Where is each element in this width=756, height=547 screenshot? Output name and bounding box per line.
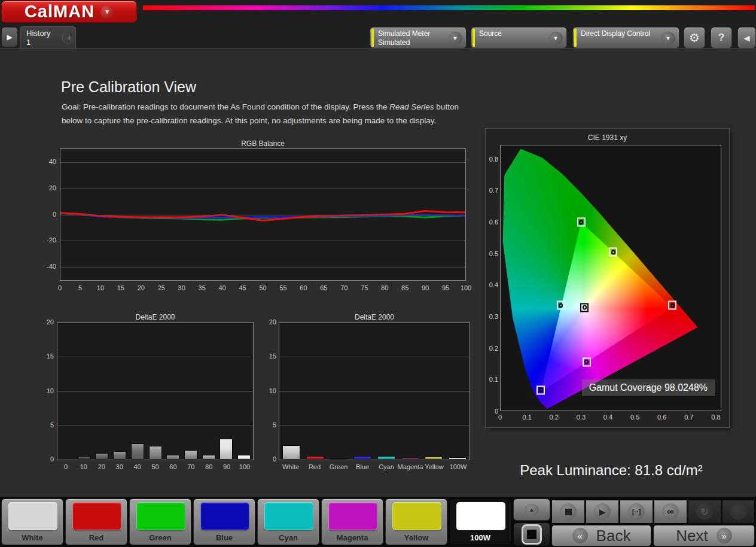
axis-tick-label: 15 xyxy=(269,352,276,360)
axis-tick-label: 0.8 xyxy=(711,414,720,421)
tab-scroll-button[interactable]: ▶ xyxy=(1,27,18,47)
chevron-down-icon[interactable]: ▼ xyxy=(100,5,114,19)
settings-button[interactable]: ⚙ xyxy=(684,27,705,48)
bar xyxy=(353,456,371,460)
axis-tick-label: 0.5 xyxy=(489,250,498,257)
next-button[interactable]: Next » xyxy=(653,525,755,546)
gridline xyxy=(279,357,470,357)
patch-button-red[interactable]: Red xyxy=(65,499,127,545)
axis-tick-label: Blue xyxy=(356,463,369,470)
gridline xyxy=(279,426,470,426)
measured-dot xyxy=(583,305,587,310)
inactive-button xyxy=(722,500,755,524)
axis-tick-label: 0.2 xyxy=(489,345,498,352)
cie-1931-panel: CIE 1931 xy 00.10.20.30.40.50.60.70.8 Ga… xyxy=(486,129,729,427)
cie-chromaticity-chart: Gamut Coverage 98.0248% xyxy=(500,145,721,411)
bar xyxy=(330,458,347,460)
axis-tick-label: 50 xyxy=(151,463,158,470)
axis-tick-label: 75 xyxy=(361,284,368,291)
measured-dot xyxy=(584,360,589,364)
display-control-dropdown[interactable]: Direct Display Control ▼ xyxy=(572,27,679,48)
axis-tick-label: 20 xyxy=(138,284,145,291)
help-button[interactable]: ? xyxy=(711,27,732,48)
axis-tick-label: 5 xyxy=(78,284,82,291)
patch-label: 100W xyxy=(450,533,511,542)
rgb-balance-chart xyxy=(60,148,466,281)
blue-swatch xyxy=(200,502,249,530)
axis-tick-label: -40 xyxy=(47,263,56,270)
infinity-icon: ∞ xyxy=(667,506,673,517)
patch-label: Cyan xyxy=(258,533,319,542)
patch-label: Red xyxy=(66,533,127,542)
stop-button[interactable] xyxy=(551,500,585,524)
window-size-button[interactable] xyxy=(513,522,550,546)
axis-tick-label: 0.6 xyxy=(657,414,666,421)
pattern-toolbar: WhiteRedGreenBlueCyanMagentaYellow100W ▲… xyxy=(0,497,756,547)
gridline xyxy=(60,215,465,215)
patch-button-magenta[interactable]: Magenta xyxy=(321,499,383,545)
axis-tick-label: 100 xyxy=(239,463,250,470)
axis-tick-label: 5 xyxy=(50,421,54,429)
axis-tick-label: 0.3 xyxy=(489,313,498,320)
bar xyxy=(425,457,443,460)
rgb-y-axis: 40200-20-40 xyxy=(36,148,56,281)
axis-tick-label: 0 xyxy=(498,414,502,421)
continuous-read-button[interactable]: ∞ xyxy=(654,500,687,524)
axis-tick-label: Yellow xyxy=(425,463,443,470)
peak-luminance-readout: Peak Luminance: 81.8 cd/m² xyxy=(486,462,737,479)
single-read-button[interactable]: [··] xyxy=(620,500,653,524)
cie-title: CIE 1931 xy xyxy=(486,133,729,142)
axis-tick-label: 15 xyxy=(117,284,124,291)
chevron-down-icon[interactable]: ▼ xyxy=(548,32,563,45)
axis-tick-label: 100 xyxy=(461,284,471,291)
calman-window: CalMAN ▼ ▶ History 1 + Simulated MeterSi… xyxy=(0,0,756,547)
up-arrow-icon: ▲ xyxy=(529,506,535,513)
goal-text: Goal: Pre-calibration readings to docume… xyxy=(62,100,461,127)
calman-logo-menu[interactable]: CalMAN ▼ xyxy=(1,1,137,23)
meter-dropdown[interactable]: Simulated MeterSimulated ▼ xyxy=(370,27,467,48)
source-dropdown[interactable]: Source ▼ xyxy=(471,27,567,48)
axis-tick-label: 0 xyxy=(64,463,68,470)
chevron-down-icon[interactable]: ▼ xyxy=(448,32,462,45)
axis-tick-label: 85 xyxy=(401,284,409,291)
axis-tick-label: 40 xyxy=(49,158,56,165)
patch-button-cyan[interactable]: Cyan xyxy=(257,499,319,545)
axis-tick-label: 30 xyxy=(178,284,185,291)
axis-tick-label: 20 xyxy=(269,318,276,326)
axis-tick-label: 10 xyxy=(269,387,276,394)
back-button-label: Back xyxy=(596,527,631,545)
chevron-down-icon[interactable]: ▼ xyxy=(661,32,675,45)
axis-tick-label: 50 xyxy=(259,284,266,291)
read-series-button[interactable]: ▶ xyxy=(586,500,619,524)
plus-icon: + xyxy=(67,33,72,42)
axis-tick-label: 0.3 xyxy=(577,414,586,421)
source-status-strip xyxy=(472,29,475,47)
patch-button-blue[interactable]: Blue xyxy=(193,499,255,545)
axis-tick-label: 70 xyxy=(340,284,347,291)
axis-tick-label: 60 xyxy=(300,284,307,291)
gridline xyxy=(60,189,465,189)
patch-button-green[interactable]: Green xyxy=(129,499,191,545)
tab-history-1[interactable]: History 1 + xyxy=(20,26,76,48)
magenta-swatch xyxy=(328,502,377,530)
axis-tick-label: 5 xyxy=(273,421,276,429)
back-chevrons-icon: « xyxy=(577,531,582,541)
bar xyxy=(220,439,233,460)
cie-y-axis: 00.10.20.30.40.50.60.70.8 xyxy=(486,145,498,411)
add-tab-button[interactable]: + xyxy=(62,31,75,44)
patch-button-yellow[interactable]: Yellow xyxy=(385,499,447,545)
patch-button-white[interactable]: White xyxy=(1,499,63,545)
bar xyxy=(184,450,197,460)
patch-button-100w[interactable]: 100W xyxy=(449,499,511,545)
deltae-grayscale-x-axis: 0102030405060708090100 xyxy=(57,463,254,472)
gridline xyxy=(57,426,253,426)
gridline xyxy=(57,357,253,357)
axis-tick-label: 0 xyxy=(50,455,54,463)
single-read-icon: [··] xyxy=(632,508,641,515)
pattern-up-button[interactable]: ▲ xyxy=(513,499,550,521)
next-button-label: Next xyxy=(676,527,708,545)
back-button[interactable]: « Back xyxy=(551,525,651,546)
patch-label: White xyxy=(2,533,63,542)
red-swatch xyxy=(72,502,121,530)
collapse-panel-button[interactable]: ◀ xyxy=(737,27,756,48)
